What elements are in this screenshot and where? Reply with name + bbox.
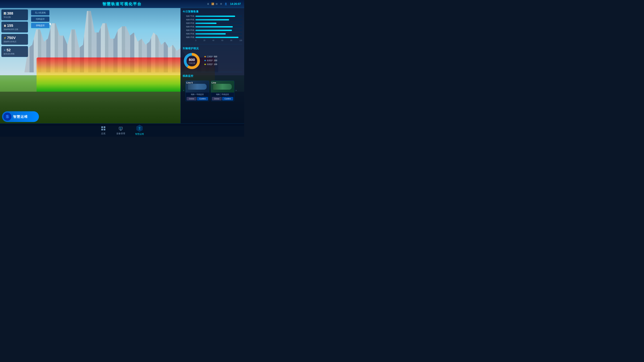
vehicles-number: 155	[7, 23, 13, 28]
nav-item-equipment[interactable]: 设备管理	[116, 125, 125, 135]
bar-label-2: 地铁2号线	[183, 32, 194, 35]
menu-btn-power[interactable]: 供电监控	[31, 23, 50, 28]
svg-rect-11	[120, 128, 122, 129]
header-title: 智慧轨道可视化平台	[102, 1, 142, 6]
menu-buttons: 无人机巡检 结构监控 供电监控	[31, 10, 50, 28]
voltage-number: 750V	[7, 36, 16, 40]
bar-label-7: 地铁7号线	[183, 15, 194, 17]
nav-next-arrow[interactable]: ›	[235, 89, 237, 92]
donut-sublabel: 车辆总数	[188, 62, 195, 64]
warning-section-title: 今日预警数量	[183, 10, 242, 13]
bar-row-2: 地铁2号线	[183, 32, 242, 35]
nav-icon-smart-ops	[136, 125, 143, 132]
line-card-1-img: Line 5	[186, 81, 209, 92]
line-cards: Line 5 地铁一号线监控 Delete Confirm Line	[186, 81, 234, 101]
nav-icon-equipment	[118, 125, 124, 131]
axis-60: 60	[221, 39, 223, 41]
bar-label-5: 地铁5号线	[183, 22, 194, 24]
bar-fill-5	[196, 23, 216, 24]
left-panel: 📊 388 车站总数 📋 155 接触网检测车总数 ⚡ 750V 接触网当前电压…	[0, 8, 29, 58]
nav-item-smart-ops[interactable]: 智慧运维	[135, 125, 144, 136]
bar-fill-3	[196, 30, 232, 31]
stations-number: 388	[7, 11, 13, 15]
axis-40: 40	[212, 39, 214, 41]
legend-maintained: 已维护 500	[204, 55, 217, 58]
line-card-2-confirm[interactable]: Confirm	[222, 97, 233, 100]
line-card-1-tag: Line 5	[186, 81, 193, 84]
layers-icon: ⊞	[216, 2, 219, 5]
voltage-label: 接触网当前电压	[4, 40, 26, 43]
bar-row-6: 地铁6号线	[183, 18, 242, 21]
legend-value-not-maintained: 200	[214, 59, 217, 62]
line-card-2-img: Line	[211, 81, 234, 92]
header-time: 14:26:07	[230, 2, 241, 5]
nav-label-smart-ops: 智慧运维	[135, 133, 144, 136]
line-card-1-bg: Line 5	[186, 81, 209, 92]
maintenance-title: 车辆维护情况	[183, 47, 242, 50]
line-card-2-label: 地铁二号线监控	[211, 92, 234, 96]
nav-label-equipment: 设备管理	[116, 132, 125, 135]
svg-line-16	[140, 129, 140, 130]
bar-row-3: 地铁3号线	[183, 29, 242, 31]
train-shape-1	[188, 84, 206, 90]
nav-item-overview[interactable]: 总览	[100, 125, 106, 135]
signal-icon: 📶	[211, 2, 214, 5]
legend-value-maintained: 500	[214, 55, 217, 58]
line-card-1-confirm[interactable]: Confirm	[197, 97, 208, 100]
donut-area: 800 车辆总数 已维护 500 未维护 200 待维护	[183, 52, 242, 70]
legend-text-pending: 待维护	[207, 63, 213, 66]
nav-prev-arrow[interactable]: ‹	[183, 89, 185, 92]
stat-card-voltage: ⚡ 750V 接触网当前电压	[1, 34, 28, 45]
line-card-2-buttons: Delete Confirm	[211, 96, 234, 101]
legend-dot-pending	[204, 64, 206, 65]
line-card-2-tag: Line	[212, 81, 216, 84]
bar-chart: 地铁7号线 地铁6号线 地铁5号线 地铁4号线 地铁3号线	[183, 15, 242, 41]
bar-track-3	[196, 30, 242, 31]
axis-80: 80	[230, 39, 232, 41]
right-panel: 今日预警数量 地铁7号线 地铁6号线 地铁5号线 地铁4号线	[180, 8, 244, 123]
banner-text: 智慧运维	[13, 114, 28, 119]
donut-center: 800 车辆总数	[188, 58, 195, 64]
legend-value-pending: 100	[214, 63, 217, 65]
line-card-2: Line 地铁二号线监控 Delete Confirm	[211, 81, 234, 101]
bar-label-3: 地铁3号线	[183, 29, 194, 31]
bar-axis: 0 20 40 60 80 100	[183, 39, 242, 41]
menu-btn-drone[interactable]: 无人机巡检	[31, 10, 50, 15]
line-card-2-bg: Line	[211, 81, 234, 92]
bar-track-2	[196, 33, 242, 34]
axis-0: 0	[196, 39, 196, 41]
monitor-icon: 🖥	[207, 2, 210, 5]
bar-label-4: 地铁4号线	[183, 25, 194, 28]
bar-track-7	[196, 15, 242, 17]
stat-card-vehicles: 📋 155 接触网检测车总数	[1, 22, 28, 32]
hex-shape	[136, 125, 143, 132]
alerts-number: 52	[6, 48, 10, 52]
header-icons: 🖥 📶 ⊞ ⚙ 👤	[207, 2, 228, 5]
user-icon: 👤	[224, 2, 228, 5]
line-card-1: Line 5 地铁一号线监控 Delete Confirm	[186, 81, 209, 101]
line-card-1-delete[interactable]: Delete	[187, 97, 196, 100]
maintenance-section: 车辆维护情况 800 车辆总数	[183, 47, 242, 70]
bar-track-4	[196, 26, 242, 27]
bar-row-5: 地铁5号线	[183, 22, 242, 24]
bar-fill-1	[196, 37, 238, 38]
legend-pending: 待维护 100	[204, 63, 217, 66]
menu-btn-structure[interactable]: 结构监控	[31, 16, 50, 22]
svg-rect-6	[101, 129, 103, 130]
bar-fill-2	[196, 33, 226, 34]
legend-dot-maintained	[204, 56, 206, 57]
bar-track-5	[196, 23, 242, 24]
bar-row-4: 地铁4号线	[183, 25, 242, 28]
svg-line-15	[139, 129, 140, 130]
legend-dot-not-maintained	[204, 60, 206, 61]
legend-text-maintained: 已维护	[207, 55, 213, 58]
axis-20: 20	[204, 39, 205, 41]
separator-1	[183, 44, 242, 44]
legend-text-not-maintained: 未维护	[207, 59, 213, 62]
line-card-2-delete[interactable]: Delete	[212, 97, 222, 100]
axis-100: 100	[239, 39, 242, 41]
bar-row-7: 地铁7号线	[183, 15, 242, 17]
bar-fill-7	[196, 15, 235, 17]
svg-rect-5	[104, 126, 105, 128]
bar-track-1	[196, 37, 242, 38]
